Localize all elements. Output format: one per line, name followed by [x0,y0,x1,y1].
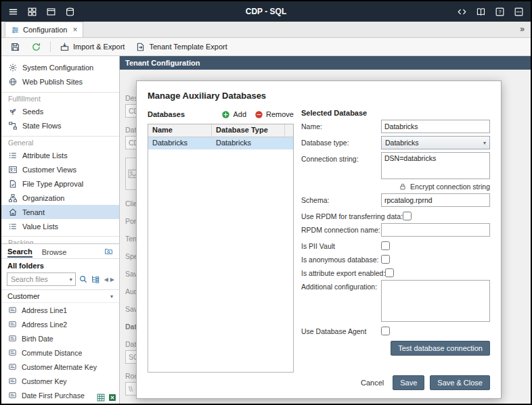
search-icon[interactable] [79,275,88,284]
pii-vault-checkbox[interactable] [381,241,390,250]
table-icon[interactable] [96,393,106,402]
list-item-customer-key[interactable]: Customer Key [1,374,119,388]
prev-arrow-icon[interactable]: ◀ [104,277,108,283]
name-input[interactable] [381,120,490,133]
list-item-commute-distance[interactable]: Commute Distance [1,346,119,360]
section-header-fulfillment: Fulfillment [1,92,119,104]
menu-icon[interactable] [8,7,18,17]
dialog-title: Manage Auxiliary Databases [148,91,490,101]
hierarchy-icon[interactable] [91,275,100,284]
schema-input[interactable] [381,193,490,207]
close-icon[interactable]: × [72,25,77,34]
search-browse-tabs: Search Browse [1,244,119,259]
list-item-email-address[interactable]: Email Address [1,402,119,404]
column-header-database-type[interactable]: Database Type [212,124,285,137]
apps-grid-icon[interactable] [514,7,524,17]
help-icon[interactable] [495,7,505,17]
sidebar-item-web-publish-sites[interactable]: Web Publish Sites [1,74,119,89]
column-header-name[interactable]: Name [148,124,212,137]
search-input[interactable]: Search files ▾ [7,272,76,286]
sidebar-nav: System Configuration Web Publish Sites F… [1,56,119,243]
excel-icon[interactable] [108,393,117,402]
sheet-icons [95,393,117,402]
sidebar-item-state-flows[interactable]: State Flows [1,118,119,133]
folder-search-icon[interactable] [104,247,113,256]
chevron-down-icon: ▾ [110,293,113,300]
databases-heading: Databases [148,110,185,118]
sidebar-item-tenant[interactable]: Tenant [1,205,119,219]
name-label: Name: [301,120,381,130]
field-icon [8,348,17,357]
save-button[interactable]: Save [393,375,424,390]
section-header-general: General [1,136,119,148]
tab-search[interactable]: Search [7,245,32,258]
next-arrow-icon[interactable]: ▶ [110,277,114,283]
tenant-template-export-button[interactable]: Tenant Template Export [132,40,230,54]
list-item-birth-date[interactable]: Birth Date [1,331,119,346]
sidebar-item-value-lists[interactable]: Value Lists [1,219,119,233]
anonymous-database-checkbox[interactable] [381,255,390,264]
refresh-button[interactable] [28,40,45,54]
seeds-icon [8,107,18,116]
selected-option: Databricks [385,139,419,147]
book-icon[interactable] [476,7,486,17]
template-export-icon [135,42,146,52]
sidebar-item-system-configuration[interactable]: System Configuration [1,60,119,74]
field-icon [8,334,17,343]
titlebar-left-icons [8,7,75,17]
field-icon [8,320,17,329]
cell-name: Databricks [148,137,212,149]
database-agent-checkbox[interactable] [381,327,390,335]
tab-configuration[interactable]: Configuration × [5,22,83,37]
sidebar-item-seeds[interactable]: Seeds [1,104,119,118]
save-close-button[interactable]: Save & Close [430,375,490,390]
save-toolbar-button[interactable] [7,40,24,54]
encrypt-connection-string-link[interactable]: Encrypt connection string [381,183,490,191]
database-type-select[interactable]: Databricks ▾ [381,136,490,149]
rpdm-connection-name-input[interactable] [381,223,490,237]
remove-button[interactable]: Remove [254,110,294,119]
app-window: CDP - SQL Configuration × » Import & Exp… [0,0,532,405]
titlebar-right-icons [457,7,524,17]
test-database-connection-button[interactable]: Test database connection [391,341,490,356]
add-button[interactable]: Add [221,110,246,119]
sidebar-item-attribute-lists[interactable]: Attribute Lists [1,148,119,162]
tab-bar: Configuration × » [1,22,531,38]
gear-icon [8,63,18,72]
anonymous-database-label: Is anonymous database: [301,253,381,264]
additional-configuration-input[interactable] [381,280,490,322]
code-icon[interactable] [457,7,467,17]
sidebar-item-organization[interactable]: Organization [1,191,119,205]
refresh-icon [31,42,41,52]
apps-icon[interactable] [27,7,37,17]
table-row-databricks[interactable]: Databricks Databricks [148,137,293,149]
building-icon [8,208,18,217]
sidebar-item-customer-views[interactable]: Customer Views [1,162,119,176]
customer-section-header[interactable]: Customer ▾ [1,289,119,303]
connection-string-input[interactable]: DSN=databricks [381,152,490,179]
cancel-button[interactable]: Cancel [361,379,384,387]
flow-icon [8,121,18,130]
sidebar-item-file-type-approval[interactable]: File Type Approval [1,176,119,191]
window-icon[interactable] [46,7,56,17]
database-icon[interactable] [65,7,75,17]
save-icon [10,42,20,52]
attribute-export-checkbox[interactable] [385,268,394,277]
list-item-address-line2[interactable]: Address Line2 [1,317,119,331]
search-row: Search files ▾ ◀ ▶ [7,272,114,286]
search-pager: ◀ ▶ [103,277,114,283]
org-chart-icon [8,193,18,203]
use-rpdm-checkbox[interactable] [403,212,412,220]
import-export-button[interactable]: Import & Export [56,40,128,54]
file-search-panel: Search Browse All folders Search files ▾… [1,243,119,404]
list-item-customer-alternate-key[interactable]: Customer Alternate Key [1,360,119,374]
tab-browse[interactable]: Browse [42,246,67,257]
field-icon [8,362,17,371]
tab-overflow-icon[interactable]: » [520,24,525,34]
list-item-address-line1[interactable]: Address Line1 [1,303,119,317]
database-type-label: Database type: [301,136,381,147]
databases-table: Name Database Type Databricks Databricks [148,124,294,373]
scrollbar-gutter [285,124,293,137]
add-icon [221,110,230,119]
remove-icon [254,110,263,119]
